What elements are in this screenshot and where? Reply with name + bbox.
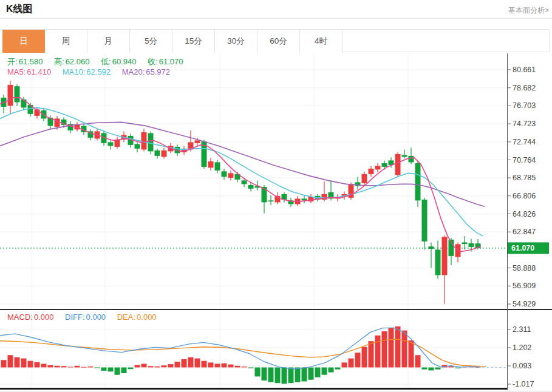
svg-text:0.093: 0.093 bbox=[513, 362, 531, 370]
tab-日[interactable]: 日 bbox=[2, 30, 45, 53]
macd-legend: MACD:0.000 DIFF:0.000 DEA:0.000 bbox=[7, 313, 166, 322]
svg-text:80.661: 80.661 bbox=[513, 66, 536, 74]
kline-page: 80.66178.68276.70374.72372.74470.76468.7… bbox=[0, 0, 552, 392]
svg-text:72.744: 72.744 bbox=[513, 138, 536, 146]
ohlc-info: 开:61.580 高:62.060 低:60.940 收:61.070 bbox=[7, 56, 192, 67]
svg-text:78.682: 78.682 bbox=[513, 84, 536, 92]
header-divider bbox=[0, 18, 552, 19]
svg-text:1.202: 1.202 bbox=[513, 343, 531, 352]
close-value: 收:61.070 bbox=[148, 57, 183, 66]
high-value: 高:62.060 bbox=[54, 57, 89, 66]
svg-text:68.785: 68.785 bbox=[513, 174, 536, 182]
tab-30分[interactable]: 30分 bbox=[215, 30, 257, 53]
open-value: 开:61.580 bbox=[7, 57, 43, 66]
ma5-value: MA5:61.410 bbox=[7, 67, 51, 76]
diff-value: DIFF:0.000 bbox=[65, 313, 106, 322]
svg-text:2.311: 2.311 bbox=[513, 325, 531, 334]
macd-value: MACD:0.000 bbox=[7, 313, 53, 322]
svg-text:70.764: 70.764 bbox=[513, 156, 536, 164]
svg-text:74.723: 74.723 bbox=[513, 120, 536, 128]
tab-60分[interactable]: 60分 bbox=[257, 30, 300, 53]
tab-4时[interactable]: 4时 bbox=[300, 30, 342, 53]
svg-text:62.847: 62.847 bbox=[513, 228, 536, 236]
low-value: 低:60.940 bbox=[101, 57, 136, 66]
svg-text:54.929: 54.929 bbox=[513, 300, 536, 308]
svg-text:76.703: 76.703 bbox=[513, 101, 536, 110]
dea-value: DEA:0.000 bbox=[117, 313, 157, 322]
ma-legend: MA5:61.410 MA10:62.592 MA20:65.972 bbox=[7, 67, 179, 76]
tab-5分[interactable]: 5分 bbox=[130, 30, 172, 53]
ma20-value: MA20:65.972 bbox=[122, 67, 170, 76]
tab-15分[interactable]: 15分 bbox=[172, 30, 215, 53]
tab-周[interactable]: 周 bbox=[45, 30, 87, 53]
svg-text:-1.017: -1.017 bbox=[513, 380, 534, 388]
fundamental-analysis-link[interactable]: 基本面分析> bbox=[508, 5, 549, 16]
svg-text:64.826: 64.826 bbox=[513, 210, 536, 218]
svg-text:61.070: 61.070 bbox=[511, 244, 534, 252]
interval-tabbar: 日周月5分15分30分60分4时 bbox=[2, 29, 550, 52]
tab-月[interactable]: 月 bbox=[87, 30, 130, 53]
svg-text:56.909: 56.909 bbox=[513, 282, 536, 290]
svg-text:58.888: 58.888 bbox=[513, 264, 536, 272]
page-title: K线图 bbox=[6, 3, 33, 16]
ma10-value: MA10:62.592 bbox=[63, 67, 111, 76]
svg-text:66.806: 66.806 bbox=[513, 192, 536, 200]
